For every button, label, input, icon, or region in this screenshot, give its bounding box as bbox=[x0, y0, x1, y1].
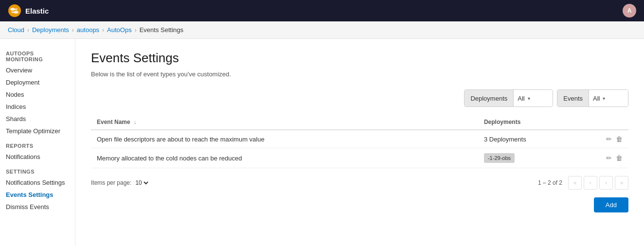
events-filter-select[interactable]: All ▾ bbox=[589, 90, 628, 106]
sidebar-item-indices[interactable]: Indices bbox=[0, 101, 75, 113]
main-content: Events Settings Below is the list of eve… bbox=[75, 39, 644, 246]
svg-point-0 bbox=[8, 4, 21, 17]
breadcrumb-sep-1: › bbox=[27, 27, 29, 34]
deployments-cell-1: 3 Deployments bbox=[478, 130, 594, 148]
pagination-row: Items per page: 10 25 50 1 – 2 of 2 « ‹ … bbox=[91, 176, 628, 190]
breadcrumb: Cloud › Deployments › autoops › AutoOps … bbox=[0, 21, 644, 39]
pagination-info: 1 – 2 of 2 bbox=[538, 179, 562, 186]
table-header-row: Event Name ↓ Deployments bbox=[91, 115, 628, 130]
items-per-page: Items per page: 10 25 50 bbox=[91, 179, 152, 187]
breadcrumb-deployments[interactable]: Deployments bbox=[32, 26, 69, 34]
sidebar-item-nodes[interactable]: Nodes bbox=[0, 88, 75, 101]
table-row: Open file descriptors are about to reach… bbox=[91, 130, 628, 148]
deployment-tag: -1-29-obs bbox=[484, 153, 515, 163]
top-navigation: Elastic A bbox=[0, 0, 644, 21]
avatar[interactable]: A bbox=[623, 4, 636, 18]
sidebar-item-dismiss-events[interactable]: Dismiss Events bbox=[0, 201, 75, 213]
col-event-name[interactable]: Event Name ↓ bbox=[91, 115, 478, 130]
sidebar-section-monitoring: AutoOps Monitoring bbox=[0, 45, 75, 64]
app-name: Elastic bbox=[25, 7, 49, 15]
event-name-cell-2: Memory allocated to the cold nodes can b… bbox=[91, 148, 478, 168]
pagination-last-button[interactable]: » bbox=[615, 176, 628, 190]
actions-cell-1: ✏ 🗑 bbox=[594, 130, 628, 148]
svg-point-1 bbox=[10, 8, 15, 11]
events-table: Event Name ↓ Deployments Open file descr… bbox=[91, 115, 628, 168]
deployments-filter-label: Deployments bbox=[465, 90, 514, 106]
pagination-first-button[interactable]: « bbox=[568, 176, 582, 190]
events-filter-label: Events bbox=[557, 90, 589, 106]
sidebar-section-reports: Reports bbox=[0, 137, 75, 151]
action-icons-1: ✏ 🗑 bbox=[600, 135, 623, 143]
deployments-filter-value: All bbox=[518, 95, 524, 102]
sidebar-item-shards[interactable]: Shards bbox=[0, 113, 75, 125]
breadcrumb-autoops[interactable]: AutoOps bbox=[107, 26, 132, 34]
edit-icon-2[interactable]: ✏ bbox=[606, 154, 612, 162]
main-layout: AutoOps Monitoring Overview Deployment N… bbox=[0, 39, 644, 246]
breadcrumb-sep-4: › bbox=[135, 27, 137, 34]
elastic-logo-icon bbox=[8, 4, 21, 18]
sidebar-item-notifications-settings[interactable]: Notifications Settings bbox=[0, 176, 75, 189]
sidebar-item-events-settings[interactable]: Events Settings bbox=[0, 189, 75, 201]
deployments-cell-2: -1-29-obs bbox=[478, 148, 594, 168]
sidebar: AutoOps Monitoring Overview Deployment N… bbox=[0, 39, 75, 246]
items-per-page-label: Items per page: bbox=[91, 179, 131, 186]
breadcrumb-cloud[interactable]: Cloud bbox=[8, 26, 24, 34]
events-chevron-icon: ▾ bbox=[603, 96, 605, 101]
page-title: Events Settings bbox=[91, 51, 628, 66]
breadcrumb-autoops-lower[interactable]: autoops bbox=[77, 26, 99, 34]
edit-icon-1[interactable]: ✏ bbox=[606, 135, 612, 143]
sidebar-item-deployment[interactable]: Deployment bbox=[0, 76, 75, 88]
items-per-page-select[interactable]: 10 25 50 bbox=[133, 179, 150, 187]
filters-row: Deployments All ▾ Events All ▾ bbox=[91, 89, 628, 107]
breadcrumb-sep-3: › bbox=[102, 27, 104, 34]
breadcrumb-events-settings: Events Settings bbox=[140, 26, 183, 34]
deployments-filter-group: Deployments All ▾ bbox=[464, 89, 553, 107]
sidebar-item-template-optimizer[interactable]: Template Optimizer bbox=[0, 125, 75, 137]
pagination-prev-button[interactable]: ‹ bbox=[584, 176, 597, 190]
table-row: Memory allocated to the cold nodes can b… bbox=[91, 148, 628, 168]
svg-point-2 bbox=[14, 11, 18, 14]
delete-icon-2[interactable]: 🗑 bbox=[616, 154, 623, 162]
events-filter-group: Events All ▾ bbox=[557, 89, 628, 107]
sidebar-item-overview[interactable]: Overview bbox=[0, 64, 75, 76]
app-logo: Elastic bbox=[8, 4, 49, 18]
deployments-filter-select[interactable]: All ▾ bbox=[514, 90, 553, 106]
action-icons-2: ✏ 🗑 bbox=[600, 154, 623, 162]
col-deployments: Deployments bbox=[478, 115, 594, 130]
page-description: Below is the list of event types you've … bbox=[91, 70, 628, 78]
events-filter-value: All bbox=[593, 95, 600, 102]
sidebar-item-notifications[interactable]: Notifications bbox=[0, 151, 75, 163]
sidebar-section-settings: Settings bbox=[0, 163, 75, 176]
add-button[interactable]: Add bbox=[594, 197, 628, 212]
svg-point-3 bbox=[11, 11, 14, 13]
sort-icon: ↓ bbox=[134, 119, 137, 125]
svg-point-4 bbox=[15, 8, 18, 10]
event-name-cell-1: Open file descriptors are about to reach… bbox=[91, 130, 478, 148]
pagination-controls: 1 – 2 of 2 « ‹ › » bbox=[538, 176, 628, 190]
actions-cell-2: ✏ 🗑 bbox=[594, 148, 628, 168]
breadcrumb-sep-2: › bbox=[72, 27, 74, 34]
pagination-next-button[interactable]: › bbox=[599, 176, 613, 190]
add-button-row: Add bbox=[91, 197, 628, 212]
col-actions bbox=[594, 115, 628, 130]
deployments-chevron-icon: ▾ bbox=[528, 96, 530, 101]
delete-icon-1[interactable]: 🗑 bbox=[616, 135, 623, 143]
